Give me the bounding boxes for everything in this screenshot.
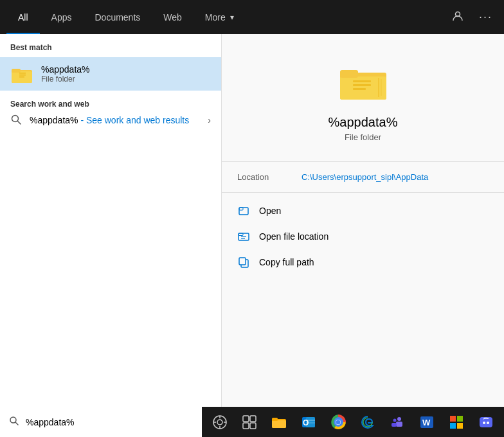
folder-icon-large [338,60,389,105]
taskbar-task-view[interactable] [238,411,261,434]
svg-line-8 [18,121,21,125]
svg-rect-11 [340,70,358,78]
svg-rect-17 [239,208,248,215]
right-panel: %appdata% File folder Location C:\Users\… [222,34,504,407]
svg-rect-12 [353,80,371,82]
tab-all[interactable]: All [6,0,40,34]
search-web-link: - See work and web results [78,115,190,125]
svg-rect-34 [250,416,256,422]
svg-rect-35 [243,423,249,429]
search-work-web-section: Search work and web %appdata% - See work… [0,91,221,137]
svg-rect-5 [19,75,26,76]
search-query: %appdata% [30,115,78,125]
svg-rect-6 [19,76,24,78]
svg-rect-38 [272,420,286,428]
search-work-web-label: Search work and web [10,100,211,109]
chevron-down-icon: ▾ [230,13,234,22]
action-open-file-location[interactable]: Open file location [222,224,504,249]
folder-icon-small [10,62,33,85]
taskbar-chrome[interactable] [327,411,350,434]
search-web-item[interactable]: %appdata% - See work and web results › [10,109,211,132]
open-location-icon [237,230,250,243]
open-icon [237,204,250,217]
left-panel: Best match %appdata% File folder [0,34,222,407]
taskbar-search-bar[interactable]: %appdata% [0,407,202,437]
search-web-text: %appdata% - See work and web results [30,115,189,125]
taskbar-search-button[interactable] [208,411,231,434]
tab-apps[interactable]: Apps [40,0,84,34]
tab-web[interactable]: Web [152,0,194,34]
svg-rect-4 [19,73,26,74]
svg-point-47 [336,420,341,424]
location-row: Location C:\Users\erpsupport_sipl\AppDat… [222,161,504,192]
svg-point-60 [487,422,489,424]
copy-icon [237,256,250,269]
taskbar-icons-group: O [202,411,504,434]
taskbar-file-explorer[interactable] [267,411,291,434]
svg-point-50 [393,418,397,422]
svg-point-48 [397,417,401,421]
svg-rect-33 [243,416,249,422]
ellipsis-icon[interactable]: ··· [474,8,498,27]
svg-rect-54 [450,416,456,422]
taskbar-edge[interactable] [356,411,379,434]
action-open[interactable]: Open [222,198,504,224]
action-copy-full-path[interactable]: Copy full path [222,249,504,275]
person-icon[interactable] [447,8,469,27]
svg-rect-51 [392,423,397,427]
detail-subtitle: File folder [345,132,381,142]
detail-title: %appdata% [328,115,398,130]
taskbar-search-icon [9,416,19,429]
svg-rect-24 [239,258,246,265]
action-open-label: Open [259,206,281,216]
location-label: Location [237,172,302,182]
main-area: Best match %appdata% File folder [0,34,504,407]
svg-point-28 [217,420,222,425]
svg-text:W: W [422,418,431,427]
svg-rect-13 [353,84,371,86]
svg-rect-57 [457,423,463,429]
result-name: %appdata% [41,64,90,75]
result-item-appdata[interactable]: %appdata% File folder [0,57,221,91]
taskbar-teams[interactable] [386,411,409,434]
svg-rect-36 [250,423,256,429]
top-navigation: All Apps Documents Web More ▾ ··· [0,0,504,34]
taskbar-search-text: %appdata% [26,417,75,427]
svg-rect-14 [353,88,366,90]
tab-more[interactable]: More ▾ [194,0,246,34]
actions-section: Open Open file location [222,192,504,280]
svg-rect-49 [396,422,402,427]
svg-rect-55 [457,416,463,422]
action-copy-full-path-label: Copy full path [259,257,314,267]
taskbar-windows-store[interactable] [445,411,468,434]
taskbar-outlook[interactable]: O [297,411,320,434]
result-info: %appdata% File folder [41,64,90,84]
result-type: File folder [41,75,90,84]
svg-point-59 [483,422,485,424]
action-open-file-location-label: Open file location [259,231,328,242]
svg-rect-3 [12,69,21,73]
taskbar-discord[interactable] [474,411,498,434]
search-web-icon [10,114,23,127]
location-value[interactable]: C:\Users\erpsupport_sipl\AppData [302,172,428,182]
svg-rect-56 [450,423,456,429]
tab-documents[interactable]: Documents [83,0,152,34]
taskbar-word[interactable]: W [415,411,438,434]
svg-line-26 [15,422,18,425]
taskbar: %appdata% [0,407,504,437]
nav-icons-group: ··· [447,8,498,27]
svg-rect-39 [272,418,278,421]
best-match-label: Best match [0,34,221,57]
chevron-right-icon: › [208,115,211,125]
